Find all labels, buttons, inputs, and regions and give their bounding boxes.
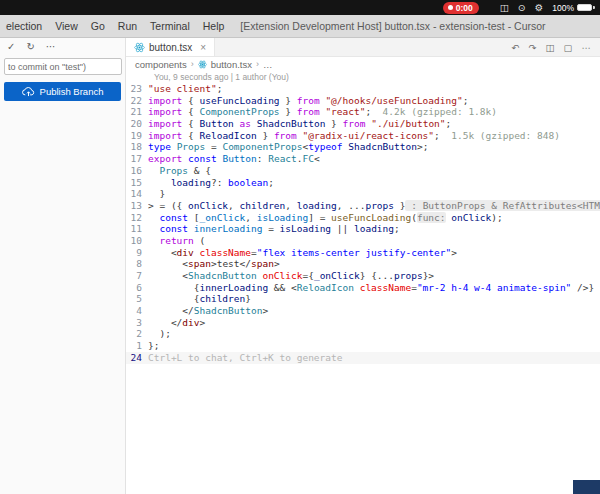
code-text: Ctrl+L to chat, Ctrl+K to generate bbox=[148, 352, 600, 364]
code-text: "use client"; bbox=[148, 83, 600, 95]
breadcrumb-item-file[interactable]: button.tsx bbox=[211, 59, 252, 70]
code-text: </ShadcnButton> bbox=[148, 305, 600, 317]
scm-header-icons: ✓↻⋯ bbox=[0, 38, 125, 56]
line-number: 15 bbox=[126, 177, 148, 189]
code-text: } bbox=[148, 188, 600, 200]
code-line[interactable]: 10 return ( bbox=[126, 235, 600, 247]
code-line[interactable]: 3 </div> bbox=[126, 317, 600, 329]
code-line[interactable]: 4 </ShadcnButton> bbox=[126, 305, 600, 317]
code-text: ); bbox=[148, 328, 600, 340]
bottom-right-overlay bbox=[573, 480, 600, 494]
code-line[interactable]: 7 <ShadcnButton onClick={_onClick} {...p… bbox=[126, 270, 600, 282]
menu-election[interactable]: election bbox=[6, 20, 42, 32]
titlebar: electionViewGoRunTerminalHelp [Extension… bbox=[0, 15, 600, 38]
code-text: import { ComponentProps } from "react"; … bbox=[148, 106, 600, 118]
codelens-annotation[interactable]: You, 9 seconds ago | 1 author (You) bbox=[126, 72, 600, 83]
code-line[interactable]: 11 const innerLoading = isLoading || loa… bbox=[126, 223, 600, 235]
code-text: > = ({ onClick, children, loading, ...pr… bbox=[148, 200, 600, 212]
line-number: 10 bbox=[126, 235, 148, 247]
code-line[interactable]: 20import { Button as ShadcnButton } from… bbox=[126, 118, 600, 130]
line-number: 20 bbox=[126, 118, 148, 130]
screen-recording-timer[interactable]: 0:00 bbox=[443, 2, 479, 14]
code-line[interactable]: 21import { ComponentProps } from "react"… bbox=[126, 106, 600, 118]
back-icon[interactable]: ↶ bbox=[512, 42, 520, 53]
settings-gear-icon[interactable]: ⚙ bbox=[535, 1, 544, 14]
battery-percent-label: 100% bbox=[552, 3, 574, 13]
tab-close-icon[interactable]: × bbox=[200, 42, 206, 53]
code-line[interactable]: 13> = ({ onClick, children, loading, ...… bbox=[126, 200, 600, 212]
code-line[interactable]: 23"use client"; bbox=[126, 83, 600, 95]
code-text: import { ReloadIcon } from "@radix-ui/re… bbox=[148, 130, 600, 142]
line-number: 6 bbox=[126, 282, 148, 294]
code-line[interactable]: 16 Props & { bbox=[126, 165, 600, 177]
record-dot-icon bbox=[448, 5, 453, 10]
code-line[interactable]: 22import { useFuncLoading } from "@/hook… bbox=[126, 95, 600, 107]
code-line[interactable]: 15 loading?: boolean; bbox=[126, 177, 600, 189]
code-text: loading?: boolean; bbox=[148, 177, 600, 189]
code-lines: 23"use client";22import { useFuncLoading… bbox=[126, 83, 600, 364]
line-number: 3 bbox=[126, 317, 148, 329]
line-number: 18 bbox=[126, 141, 148, 153]
menu-help[interactable]: Help bbox=[203, 20, 225, 32]
code-line[interactable]: 12 const [_onClick, isLoading] = useFunc… bbox=[126, 212, 600, 224]
code-text: <div className="flex items-center justif… bbox=[148, 247, 600, 259]
menu-terminal[interactable]: Terminal bbox=[150, 20, 190, 32]
battery-indicator: 100% bbox=[552, 3, 595, 13]
tab-bar: button.tsx × ↶↷◫▢⋯ bbox=[126, 38, 600, 57]
line-number: 23 bbox=[126, 83, 148, 95]
breadcrumb-item-symbol[interactable]: … bbox=[263, 59, 273, 70]
line-number: 7 bbox=[126, 270, 148, 282]
battery-nub bbox=[593, 6, 595, 9]
code-text: import { useFuncLoading } from "@/hooks/… bbox=[148, 95, 600, 107]
cloud-upload-icon bbox=[22, 87, 35, 97]
code-line[interactable]: 1}; bbox=[126, 340, 600, 352]
commit-message-input[interactable] bbox=[4, 58, 122, 75]
code-line[interactable]: 5 {children} bbox=[126, 293, 600, 305]
code-line[interactable]: 17export const Button: React.FC< bbox=[126, 153, 600, 165]
react-file-icon bbox=[134, 42, 145, 53]
code-line[interactable]: 14 } bbox=[126, 188, 600, 200]
code-line[interactable]: 19import { ReloadIcon } from "@radix-ui/… bbox=[126, 130, 600, 142]
code-text: return ( bbox=[148, 235, 600, 247]
cursor-window: 0:00 ◫⊙⚙ 100% electionViewGoRunTerminalH… bbox=[0, 0, 600, 494]
refresh-icon[interactable]: ↻ bbox=[26, 38, 34, 56]
layout-icon[interactable]: ▢ bbox=[564, 42, 573, 53]
code-editor[interactable]: You, 9 seconds ago | 1 author (You) 23"u… bbox=[126, 71, 600, 494]
commit-check-icon[interactable]: ✓ bbox=[7, 38, 15, 56]
line-number: 14 bbox=[126, 188, 148, 200]
code-text: export const Button: React.FC< bbox=[148, 153, 600, 165]
menu-run[interactable]: Run bbox=[118, 20, 137, 32]
publish-branch-button[interactable]: Publish Branch bbox=[4, 82, 121, 101]
more-icon[interactable]: ⋯ bbox=[582, 42, 592, 53]
more-actions-icon[interactable]: ⋯ bbox=[46, 38, 56, 56]
code-line[interactable]: 2 ); bbox=[126, 328, 600, 340]
split-editor-icon[interactable]: ◫ bbox=[546, 42, 555, 53]
forward-icon[interactable]: ↷ bbox=[529, 42, 537, 53]
tab-button-tsx[interactable]: button.tsx × bbox=[126, 38, 215, 56]
breadcrumb: components › button.tsx › … bbox=[126, 57, 600, 71]
line-number: 19 bbox=[126, 130, 148, 142]
menu-go[interactable]: Go bbox=[91, 20, 105, 32]
line-number: 8 bbox=[126, 258, 148, 270]
battery-icon bbox=[577, 4, 592, 11]
code-line[interactable]: 18type Props = ComponentProps<typeof Sha… bbox=[126, 141, 600, 153]
window-title: [Extension Development Host] button.tsx … bbox=[240, 20, 545, 32]
workbench: ✓↻⋯ Publish Branch bbox=[0, 38, 600, 494]
control-center-icon[interactable]: ⊙ bbox=[518, 1, 526, 14]
line-number: 11 bbox=[126, 223, 148, 235]
code-text: import { Button as ShadcnButton } from "… bbox=[148, 118, 600, 130]
code-line[interactable]: 8 <span>test</span> bbox=[126, 258, 600, 270]
code-line[interactable]: 6 {innerLoading && <ReloadIcon className… bbox=[126, 282, 600, 294]
code-line[interactable]: 9 <div className="flex items-center just… bbox=[126, 247, 600, 259]
line-number: 1 bbox=[126, 340, 148, 352]
code-text: Props & { bbox=[148, 165, 600, 177]
display-icon[interactable]: ◫ bbox=[500, 1, 509, 14]
menu-view[interactable]: View bbox=[55, 20, 78, 32]
line-number: 22 bbox=[126, 95, 148, 107]
breadcrumb-item-components[interactable]: components bbox=[135, 59, 187, 70]
menubar-icons: ◫⊙⚙ bbox=[500, 1, 543, 14]
code-line[interactable]: 24Ctrl+L to chat, Ctrl+K to generate bbox=[126, 352, 600, 364]
code-text: <span>test</span> bbox=[148, 258, 600, 270]
line-number: 2 bbox=[126, 328, 148, 340]
recording-time-label: 0:00 bbox=[456, 3, 473, 13]
